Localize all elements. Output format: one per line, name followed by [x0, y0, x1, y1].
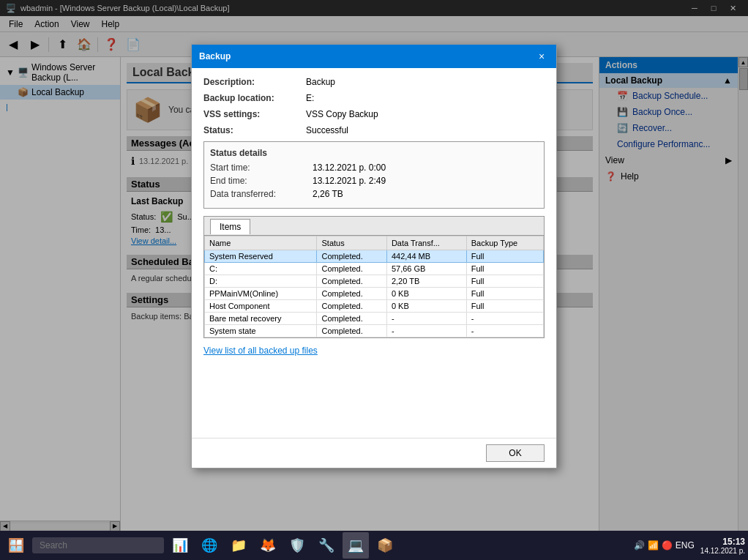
table-row[interactable]: PPMainVM(Online)Completed.0 KBFull: [205, 288, 544, 300]
data-transferred-label: Data transferred:: [210, 189, 313, 199]
col-name-header: Name: [205, 236, 317, 250]
start-time-value: 13.12.2021 р. 0:00: [313, 163, 538, 173]
end-time-label: End time:: [210, 176, 313, 186]
field-status-value: Successful: [306, 125, 545, 135]
taskbar-left: 🪟 📊 🌐 📁 🦊 🛡️ 🔧 💻 📦: [3, 532, 398, 559]
table-row[interactable]: Bare metal recoveryCompleted.--: [205, 313, 544, 325]
dialog-field-description: Description: Backup: [203, 77, 545, 87]
dialog-field-status: Status: Successful: [203, 125, 545, 135]
dialog-field-location: Backup location: E:: [203, 93, 545, 103]
table-header-row: Name Status Data Transf... Backup Type: [205, 236, 544, 250]
items-tab-container: Items Name Status Data Transf... Backup …: [203, 216, 545, 338]
sdetail-data-transferred: Data transferred: 2,26 TB: [210, 189, 538, 199]
taskbar-app2[interactable]: 📦: [372, 532, 398, 559]
status-details-title: Status details: [210, 148, 538, 158]
table-row[interactable]: Host ComponentCompleted.0 KBFull: [205, 300, 544, 313]
taskbar-time[interactable]: 15:13 14.12.2021 р.: [700, 537, 745, 555]
field-location-label: Backup location:: [203, 93, 306, 103]
dialog-footer: OK: [192, 438, 556, 468]
dialog-overlay: Backup × Description: Backup Backup loca…: [0, 0, 748, 560]
main-window: File Action View Help ◀ ▶ ⬆ 🏠 ❓ 📄 ▼ 🖥️ W…: [0, 16, 748, 560]
taskbar-ie[interactable]: 🌐: [196, 532, 222, 559]
field-status-label: Status:: [203, 125, 306, 135]
field-description-label: Description:: [203, 77, 306, 87]
items-tab-header: Items: [204, 217, 544, 236]
ok-button[interactable]: OK: [486, 444, 545, 462]
table-row[interactable]: D:Completed.2,20 TBFull: [205, 275, 544, 288]
taskbar-task-view[interactable]: 📊: [167, 532, 193, 559]
col-type-header: Backup Type: [466, 236, 543, 250]
dialog-close-button[interactable]: ×: [534, 49, 549, 64]
tray-network[interactable]: 📶: [648, 540, 659, 550]
taskbar-search-input[interactable]: [32, 537, 164, 553]
dialog-title-bar: Backup ×: [192, 45, 556, 68]
tray-language[interactable]: ENG: [676, 540, 695, 550]
taskbar-date: 14.12.2021 р.: [700, 547, 745, 555]
taskbar-explorer[interactable]: 📁: [225, 532, 252, 559]
status-details-box: Status details Start time: 13.12.2021 р.…: [203, 141, 545, 209]
taskbar-clock: 15:13: [700, 537, 745, 547]
items-tab[interactable]: Items: [210, 219, 250, 234]
sdetail-end-time: End time: 13.12.2021 р. 2:49: [210, 176, 538, 186]
taskbar-shield[interactable]: 🛡️: [284, 532, 310, 559]
start-time-label: Start time:: [210, 163, 313, 173]
field-description-value: Backup: [306, 77, 545, 87]
backup-dialog: Backup × Description: Backup Backup loca…: [191, 44, 557, 468]
field-vss-value: VSS Copy Backup: [306, 109, 545, 119]
taskbar-firefox[interactable]: 🦊: [255, 532, 281, 559]
taskbar-wbadmin[interactable]: 💻: [343, 532, 369, 559]
start-button[interactable]: 🪟: [3, 532, 29, 559]
col-data-header: Data Transf...: [386, 236, 466, 250]
dialog-title-text: Backup: [199, 51, 231, 61]
items-table: Name Status Data Transf... Backup Type S…: [204, 236, 544, 337]
table-row[interactable]: System stateCompleted.--: [205, 325, 544, 337]
taskbar: 🪟 📊 🌐 📁 🦊 🛡️ 🔧 💻 📦 🔊 📶 🔴 ENG 15:13 14.12…: [0, 531, 748, 560]
dialog-field-vss: VSS settings: VSS Copy Backup: [203, 109, 545, 119]
tray-security[interactable]: 🔴: [662, 540, 673, 550]
data-transferred-value: 2,26 TB: [313, 189, 538, 199]
field-vss-label: VSS settings:: [203, 109, 306, 119]
sys-tray: 🔊 📶 🔴 ENG: [634, 540, 695, 550]
end-time-value: 13.12.2021 р. 2:49: [313, 176, 538, 186]
table-row[interactable]: C:Completed.57,66 GBFull: [205, 263, 544, 275]
taskbar-right: 🔊 📶 🔴 ENG 15:13 14.12.2021 р.: [634, 537, 745, 555]
sdetail-start-time: Start time: 13.12.2021 р. 0:00: [210, 163, 538, 173]
col-status-header: Status: [317, 236, 386, 250]
taskbar-tool[interactable]: 🔧: [313, 532, 340, 559]
field-location-value: E:: [306, 93, 545, 103]
tray-volume[interactable]: 🔊: [634, 540, 645, 550]
dialog-content: Description: Backup Backup location: E: …: [192, 68, 556, 438]
view-list-link[interactable]: View list of all backed up files: [203, 346, 318, 356]
table-row[interactable]: System ReservedCompleted.442,44 MBFull: [205, 250, 544, 263]
